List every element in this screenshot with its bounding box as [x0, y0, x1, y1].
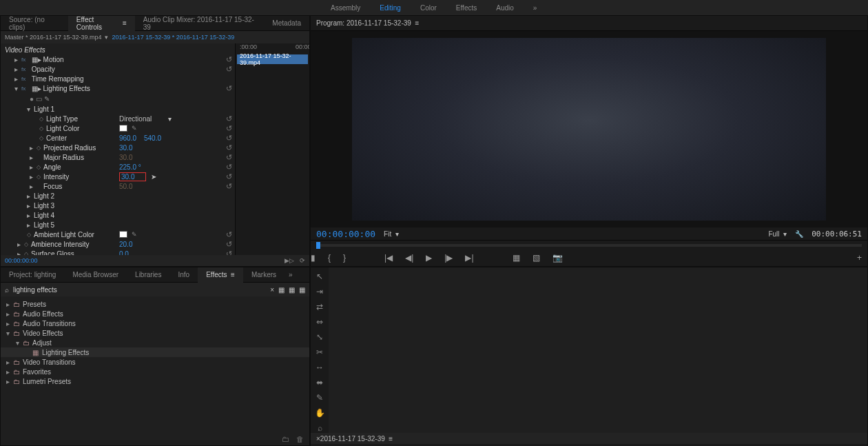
ec-time-remapping[interactable]: ▸fx Time Remapping [1, 74, 235, 83]
ec-projected-radius[interactable]: ▸◇Projected Radius30.0↺ [1, 143, 235, 152]
pen-tool-icon[interactable]: ✎ [316, 393, 323, 403]
reset-icon[interactable]: ↺ [226, 153, 232, 162]
tab-audio-clip-mixer[interactable]: Audio Clip Mixer: 2016-11-17 15-32-39 [135, 16, 265, 31]
reset-icon[interactable]: ↺ [226, 143, 232, 152]
program-scrubber[interactable] [311, 240, 867, 250]
ec-mask-buttons[interactable]: ● ▭ ✎ [1, 93, 235, 104]
ec-light-type[interactable]: ◇Light TypeDirectional▾↺ [1, 114, 235, 123]
filter-32bit-icon[interactable]: ▦ [289, 286, 295, 294]
reset-icon[interactable]: ↺ [226, 114, 232, 123]
tab-project[interactable]: Project: lighting [1, 267, 64, 283]
slip-tool-icon[interactable]: ↔ [316, 363, 324, 372]
program-res-full[interactable]: Full ▾ [768, 230, 787, 238]
ripple-edit-icon[interactable]: ⇄ [316, 302, 323, 312]
settings-icon[interactable]: 🔧 [795, 230, 803, 238]
ec-play-only-icon[interactable]: ▶▷ [285, 257, 294, 264]
ec-opacity[interactable]: ▸fx Opacity↺ [1, 64, 235, 74]
reset-icon[interactable]: ↺ [226, 250, 232, 256]
projected-radius-value[interactable]: 30.0 [119, 144, 132, 152]
program-tc-left[interactable]: 00:00:00:00 [316, 229, 375, 239]
play-icon[interactable]: ▶ [426, 253, 432, 263]
reset-icon[interactable]: ↺ [226, 124, 232, 133]
intensity-value[interactable]: 30.0 [119, 172, 146, 181]
effects-item[interactable]: ▸🗀Presets [1, 299, 309, 309]
ec-light-color[interactable]: ◇Light Color✎↺ [1, 123, 235, 133]
ec-center[interactable]: ◇Center960.0540.0↺ [1, 133, 235, 143]
ec-mini-timeline[interactable]: :00:0000:00:05:00 2016-11-17 15-32-39.mp… [235, 43, 309, 255]
light-color-swatch[interactable] [119, 125, 127, 132]
ec-ambience-intensity[interactable]: ▸◇Ambience Intensity20.0↺ [1, 239, 235, 249]
tab-source[interactable]: Source: (no clips) [1, 16, 68, 31]
reset-icon[interactable]: ↺ [226, 172, 232, 181]
tab-media-browser[interactable]: Media Browser [64, 267, 127, 283]
effects-item[interactable]: ▾🗀Adjust [1, 338, 309, 347]
filter-accel-icon[interactable]: ▦ [278, 286, 285, 294]
center-y-value[interactable]: 540.0 [144, 134, 161, 142]
ec-lighting-effects[interactable]: ▾fx ▦▸ Lighting Effects↺ [1, 83, 235, 93]
reset-icon[interactable]: ↺ [226, 240, 232, 249]
ec-light3[interactable]: ▸Light 3 [1, 201, 235, 210]
ec-tl-clip[interactable]: 2016-11-17 15-32-39.mp4 [237, 54, 308, 64]
tab-overflow[interactable]: » [285, 267, 297, 283]
ec-ambient-color[interactable]: ◇Ambient Light Color✎↺ [1, 230, 235, 239]
workspace-assembly[interactable]: Assembly [331, 4, 360, 12]
reset-icon[interactable]: ↺ [226, 230, 232, 239]
extract-icon[interactable]: ▧ [533, 253, 540, 263]
light-type-dropdown[interactable]: Directional▾ [119, 114, 174, 123]
ec-angle[interactable]: ▸◇Angle225.0 °↺ [1, 162, 235, 172]
ec-light2[interactable]: ▸Light 2 [1, 191, 235, 201]
export-frame-icon[interactable]: 📷 [552, 253, 563, 263]
delete-icon[interactable]: 🗑 [296, 435, 304, 443]
center-x-value[interactable]: 960.0 [119, 134, 136, 142]
zoom-tool-icon[interactable]: ⌕ [318, 423, 322, 433]
go-to-in-icon[interactable]: |◀ [384, 253, 393, 263]
selection-tool-icon[interactable]: ↖ [316, 272, 323, 281]
razor-tool-icon[interactable]: ✂ [316, 347, 323, 357]
effects-item[interactable]: ▸🗀Video Transitions [1, 357, 309, 367]
effects-search-input[interactable] [13, 286, 266, 294]
ambience-intensity-value[interactable]: 20.0 [119, 241, 132, 248]
new-bin-icon[interactable]: 🗀 [282, 435, 289, 443]
surface-gloss-value[interactable]: 0.0 [119, 250, 129, 256]
ec-motion[interactable]: ▸fx ▦▸ Motion↺ [1, 54, 235, 64]
ec-timecode[interactable]: 00:00:00:00 [5, 257, 38, 264]
reset-icon[interactable]: ↺ [226, 163, 232, 172]
add-marker-icon[interactable]: { [328, 253, 331, 263]
rate-stretch-icon[interactable]: ⤡ [316, 332, 323, 342]
effects-item[interactable]: ▾🗀Video Effects [1, 328, 309, 338]
filter-yuv-icon[interactable]: ▦ [299, 286, 305, 294]
button-editor-add-icon[interactable]: + [857, 253, 862, 263]
hand-tool-icon[interactable]: ✋ [315, 408, 325, 418]
go-to-out-icon[interactable]: ▶| [465, 253, 473, 263]
mark-in-icon[interactable]: ▮ [311, 253, 316, 263]
program-zoom-fit[interactable]: Fit ▾ [384, 230, 399, 238]
reset-icon[interactable]: ↺ [226, 65, 232, 74]
tab-effects[interactable]: Effects ≡ [198, 267, 243, 283]
reset-icon[interactable]: ↺ [226, 55, 232, 64]
workspace-editing[interactable]: Editing [380, 4, 401, 12]
tab-libraries[interactable]: Libraries [127, 267, 169, 283]
eyedropper-icon[interactable]: ✎ [132, 231, 137, 238]
effects-item[interactable]: ▸🗀Favorites [1, 367, 309, 376]
effects-item[interactable]: ▸🗀Lumetri Presets [1, 376, 309, 386]
tab-metadata[interactable]: Metadata [264, 16, 309, 31]
workspace-effects[interactable]: Effects [456, 4, 477, 12]
reset-icon[interactable]: ↺ [226, 182, 232, 191]
track-select-forward-icon[interactable]: ⇥ [316, 287, 323, 296]
program-tab[interactable]: Program: 2016-11-17 15-32-39 ≡ [311, 16, 867, 31]
ec-light1[interactable]: ▾Light 1 [1, 104, 235, 114]
tab-info[interactable]: Info [169, 267, 198, 283]
workspace-color[interactable]: Color [420, 4, 437, 12]
slide-tool-icon[interactable]: ⬌ [316, 378, 323, 387]
step-forward-icon[interactable]: |▶ [444, 253, 453, 263]
ec-intensity[interactable]: ▸◇Intensity30.0➤↺ [1, 172, 235, 181]
timeline-sequence-tab[interactable]: × 2016-11-17 15-32-39 ≡ [311, 433, 867, 444]
ec-clip-name[interactable]: 2016-11-17 15-32-39 * 2016-11-17 15-32-3… [112, 34, 235, 41]
effects-item[interactable]: ▸🗀Audio Transitions [1, 318, 309, 328]
step-back-icon[interactable]: ◀| [405, 253, 413, 263]
ec-light4[interactable]: ▸Light 4 [1, 210, 235, 220]
workspace-audio[interactable]: Audio [496, 4, 514, 12]
program-viewport[interactable] [311, 31, 867, 227]
tab-effect-controls[interactable]: Effect Controls ≡ [68, 16, 135, 31]
program-playhead[interactable] [316, 242, 320, 249]
